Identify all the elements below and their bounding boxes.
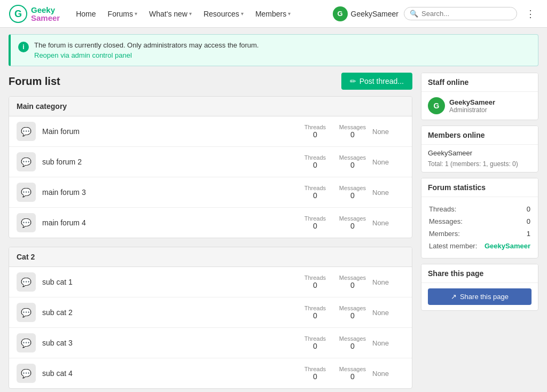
forum-last: None: [372, 309, 404, 317]
logo[interactable]: G Geeky Sameer: [9, 4, 60, 23]
forum-stats: Threads 0 Messages 0: [302, 154, 366, 169]
forum-row: 💬 main forum 4 Threads 0 Messages 0 None: [9, 208, 412, 238]
forum-last: None: [372, 339, 404, 347]
members-online-user[interactable]: GeekySameer: [421, 145, 538, 159]
forum-row: 💬 sub cat 2 Threads 0 Messages 0 None: [9, 297, 412, 328]
page-title: Forum list: [9, 75, 60, 88]
forum-last: None: [372, 278, 404, 286]
forum-row: 💬 sub cat 1 Threads 0 Messages 0 None: [9, 267, 412, 297]
forum-last: None: [372, 219, 404, 227]
chevron-down-icon: ▾: [288, 11, 291, 17]
forum-stats: Threads 0 Messages 0: [302, 215, 366, 230]
forum-last: None: [372, 189, 404, 197]
chevron-down-icon: ▾: [189, 11, 192, 17]
category-section-cat2: Cat 2 💬 sub cat 1 Threads 0 Messages 0 N…: [9, 247, 412, 389]
forum-stats: Threads 0 Messages 0: [302, 335, 366, 350]
share-button[interactable]: ↗ Share this page: [428, 288, 532, 305]
info-icon: i: [18, 42, 29, 52]
sidebar: Staff online G GeekySameer Administrator…: [421, 73, 538, 311]
forum-name[interactable]: main forum 4: [42, 218, 295, 227]
stats-row-latest-member: Latest member: GeekySameer: [429, 240, 530, 252]
forum-icon: 💬: [17, 183, 36, 202]
latest-member-link[interactable]: GeekySameer: [485, 242, 530, 250]
nav-links: Home Forums ▾ What's new ▾ Resources ▾ M…: [71, 6, 328, 21]
forum-name[interactable]: sub cat 2: [42, 308, 295, 317]
forum-stats: Threads 0 Messages 0: [302, 275, 366, 289]
notice-link[interactable]: Reopen via admin control panel: [34, 51, 259, 59]
logo-geeky: Geeky: [31, 6, 60, 14]
logo-sameer: Sameer: [31, 14, 60, 22]
notice-message: The forum is currently closed. Only admi…: [34, 41, 259, 49]
forum-name[interactable]: main forum 3: [42, 188, 295, 197]
forum-stats: Threads 0 Messages 0: [302, 185, 366, 200]
forum-statistics-card: Forum statistics Threads: 0 Messages: 0 …: [421, 178, 538, 258]
staff-name[interactable]: GeekySameer: [449, 98, 495, 106]
chevron-down-icon: ▾: [241, 11, 244, 17]
stats-row-members: Members: 1: [429, 228, 530, 239]
logo-icon: G: [9, 4, 28, 23]
forum-icon: 💬: [17, 303, 36, 322]
username-label: GeekySameer: [351, 10, 398, 18]
search-input[interactable]: [421, 10, 511, 18]
nav-home[interactable]: Home: [71, 6, 101, 21]
members-online-total: Total: 1 (members: 1, guests: 0): [421, 159, 538, 172]
stats-table: Threads: 0 Messages: 0 Members: 1 Latest…: [428, 202, 532, 253]
forum-icon: 💬: [17, 333, 36, 352]
more-button[interactable]: ⋮: [522, 6, 538, 22]
pencil-icon: ✏: [350, 77, 356, 85]
forum-stats: Threads 0 Messages 0: [302, 366, 366, 381]
forum-row: 💬 sub cat 3 Threads 0 Messages 0 None: [9, 328, 412, 358]
forum-row: 💬 sub cat 4 Threads 0 Messages 0 None: [9, 358, 412, 388]
forum-name[interactable]: Main forum: [42, 127, 295, 136]
forum-icon: 💬: [17, 272, 36, 292]
forum-name[interactable]: sub cat 4: [42, 369, 295, 378]
user-badge[interactable]: G GeekySameer: [333, 6, 398, 21]
share-page-header: Share this page: [421, 264, 538, 283]
forum-last: None: [372, 370, 404, 378]
stats-row-threads: Threads: 0: [429, 203, 530, 215]
forum-stats: Threads 0 Messages 0: [302, 124, 366, 139]
notice-banner: i The forum is currently closed. Only ad…: [9, 34, 538, 66]
members-online-card: Members online GeekySameer Total: 1 (mem…: [421, 126, 538, 173]
nav-right: G GeekySameer 🔍 ⋮: [333, 6, 538, 22]
forum-icon: 💬: [17, 364, 36, 383]
forum-name[interactable]: sub cat 1: [42, 278, 295, 286]
staff-role: Administrator: [449, 106, 495, 114]
forum-row: 💬 main forum 3 Threads 0 Messages 0 None: [9, 177, 412, 208]
nav-resources[interactable]: Resources ▾: [198, 6, 249, 21]
forum-icon: 💬: [17, 122, 36, 141]
forum-name[interactable]: sub forum 2: [42, 158, 295, 166]
staff-member: G GeekySameer Administrator: [428, 97, 532, 114]
forum-name[interactable]: sub cat 3: [42, 339, 295, 347]
staff-online-header: Staff online: [421, 73, 538, 92]
search-icon: 🔍: [410, 10, 418, 18]
avatar: G: [333, 6, 348, 21]
forum-statistics-header: Forum statistics: [421, 178, 538, 197]
svg-text:G: G: [14, 9, 22, 19]
stats-row-messages: Messages: 0: [429, 216, 530, 227]
nav-whats-new[interactable]: What's new ▾: [144, 6, 197, 21]
search-box[interactable]: 🔍: [404, 7, 517, 20]
forum-row: 💬 Main forum Threads 0 Messages 0 None: [9, 116, 412, 147]
share-icon: ↗: [451, 293, 457, 301]
category-header: Cat 2: [9, 247, 412, 267]
forum-row: 💬 sub forum 2 Threads 0 Messages 0 None: [9, 147, 412, 177]
forum-icon: 💬: [17, 213, 36, 232]
forum-stats: Threads 0 Messages 0: [302, 305, 366, 320]
nav-members[interactable]: Members ▾: [250, 6, 296, 21]
category-section-main: Main category 💬 Main forum Threads 0 Mes…: [9, 96, 412, 238]
post-thread-button[interactable]: ✏ Post thread...: [341, 73, 412, 90]
page-header: Forum list ✏ Post thread...: [9, 73, 412, 90]
forum-icon: 💬: [17, 152, 36, 171]
navbar: G Geeky Sameer Home Forums ▾ What's new …: [0, 0, 547, 28]
main-layout: Forum list ✏ Post thread... Main categor…: [0, 73, 547, 392]
share-page-card: Share this page ↗ Share this page: [421, 264, 538, 311]
avatar: G: [428, 97, 445, 114]
forum-content: Forum list ✏ Post thread... Main categor…: [9, 73, 412, 392]
members-online-header: Members online: [421, 126, 538, 145]
forum-last: None: [372, 158, 404, 166]
staff-online-card: Staff online G GeekySameer Administrator: [421, 73, 538, 120]
chevron-down-icon: ▾: [135, 11, 137, 17]
forum-last: None: [372, 128, 404, 136]
nav-forums[interactable]: Forums ▾: [103, 6, 143, 21]
